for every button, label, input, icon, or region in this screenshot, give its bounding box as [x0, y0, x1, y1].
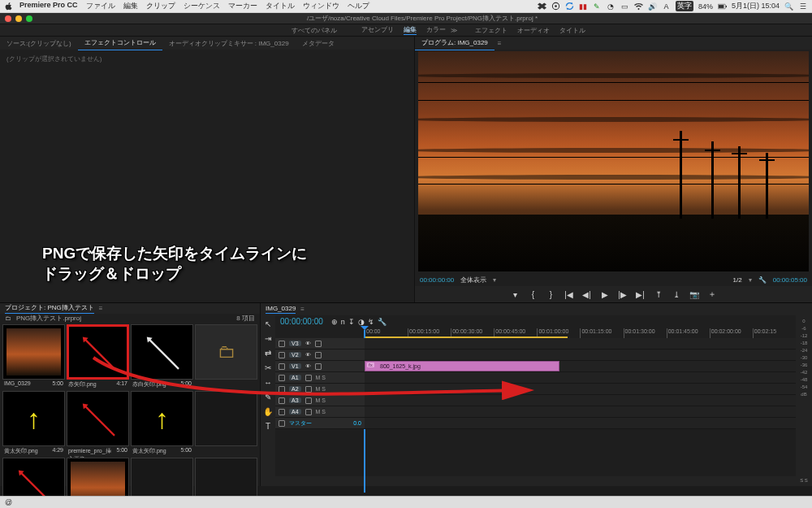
program-zoom-fit[interactable]: 全体表示 — [460, 276, 486, 284]
track-select-tool-icon[interactable]: ⇥ — [263, 333, 273, 343]
clock-icon[interactable]: ◔ — [607, 2, 615, 11]
menu-window[interactable]: ウィンドウ — [303, 1, 339, 11]
ime-kana-icon[interactable]: A — [662, 2, 671, 11]
project-item-duration: 5:00 — [116, 447, 127, 455]
timeline-clip[interactable]: 800_1625_k.jpg — [365, 361, 559, 371]
sync-icon[interactable] — [565, 2, 574, 11]
pen-tool-icon[interactable]: ✎ — [263, 392, 273, 402]
evernote-icon[interactable]: ✎ — [593, 2, 602, 11]
notification-center-icon[interactable]: ☰ — [798, 2, 807, 11]
menu-sequence[interactable]: シーケンス — [184, 1, 220, 11]
workspace-tab-assembly[interactable]: アセンブリ — [361, 25, 394, 35]
mark-in-icon[interactable]: { — [529, 289, 538, 299]
apple-menu-icon[interactable] — [5, 2, 13, 11]
program-preview[interactable] — [418, 51, 809, 271]
track-head-A1[interactable]: A1M S — [275, 372, 365, 383]
type-tool-icon[interactable]: T — [263, 421, 273, 431]
program-resolution[interactable]: 1/2 — [733, 276, 742, 284]
preview-sunset-image — [418, 51, 809, 271]
panel-menu-icon[interactable]: ≡ — [300, 306, 304, 313]
track-head-A2[interactable]: A2M S — [275, 384, 365, 394]
razor-tool-icon[interactable]: ✂ — [263, 363, 273, 372]
extract-icon[interactable]: ⤓ — [672, 289, 681, 299]
project-item-thumb[interactable]: 🗀 — [195, 324, 257, 380]
play-icon[interactable]: ▶ — [600, 289, 610, 299]
app-title-path: /ユーザ/noza/Creative Cloud Files/Premiere … — [307, 14, 538, 23]
tab-audio-mixer[interactable]: オーディオクリップミキサー : IMG_0329 — [162, 37, 296, 50]
ripple-tool-icon[interactable]: ⇄ — [263, 348, 273, 358]
workspace-tab-titles[interactable]: タイトル — [559, 26, 585, 35]
project-item-thumb[interactable] — [67, 391, 129, 446]
workspace-tab-audio[interactable]: オーディオ — [517, 26, 550, 35]
menu-edit[interactable]: 編集 — [123, 1, 138, 11]
pause-rec-icon[interactable]: ▮▮ — [579, 2, 588, 11]
spotlight-icon[interactable]: 🔍 — [784, 2, 793, 11]
wifi-icon[interactable] — [634, 2, 643, 11]
track-head-V2[interactable]: V2 — [275, 350, 365, 360]
minimize-window-icon[interactable] — [15, 15, 22, 22]
workspace-overflow-icon[interactable]: ≫ — [451, 27, 457, 34]
volume-icon[interactable]: 🔊 — [648, 2, 657, 11]
project-panel-title[interactable]: プロジェクト: PNG挿入テスト — [5, 303, 94, 314]
bin-icon[interactable]: 🗀 — [5, 315, 11, 322]
menu-marker[interactable]: マーカー — [228, 1, 257, 11]
project-item-thumb[interactable]: ↑ — [2, 391, 65, 446]
program-left-timecode[interactable]: 00:00:00:00 — [420, 276, 454, 284]
track-head-A3[interactable]: A3M S — [275, 395, 365, 406]
menubar-clock[interactable]: 5月1(日) 15:04 — [732, 1, 780, 11]
audio-meter[interactable]: 0-6-12-18-24-30-36-42-48-54dBS S — [796, 315, 812, 486]
svg-rect-3 — [719, 5, 724, 8]
menu-help[interactable]: ヘルプ — [348, 1, 369, 11]
fullscreen-window-icon[interactable] — [26, 15, 32, 22]
button-editor-icon[interactable]: ＋ — [707, 289, 717, 299]
step-forward-icon[interactable]: |▶ — [618, 289, 628, 299]
workspace-tab-edit[interactable]: 編集 — [404, 25, 417, 35]
selection-tool-icon[interactable]: ↖ — [263, 319, 273, 328]
timeline-ruler[interactable]: 00:00:00:00 ⊕n↧◑↯🔧 00:0000:00:15:0000:00… — [275, 315, 796, 338]
add-marker-icon[interactable]: ▾ — [511, 289, 520, 299]
go-to-out-icon[interactable]: ▶| — [636, 289, 646, 299]
track-head-V3[interactable]: V3 — [275, 338, 365, 349]
ime-mode-indicator[interactable]: 英字 — [676, 1, 693, 11]
workspace-reveal-all[interactable]: すべてのパネル — [292, 26, 337, 35]
slip-tool-icon[interactable]: ↔ — [263, 377, 273, 387]
panel-menu-icon[interactable]: ≡ — [99, 305, 103, 312]
step-back-icon[interactable]: ◀| — [582, 289, 592, 299]
battery-icon[interactable] — [718, 2, 727, 11]
project-item-thumb[interactable] — [67, 324, 129, 380]
tab-source[interactable]: ソース:(クリップなし) — [0, 37, 78, 50]
display-icon[interactable]: ▭ — [620, 2, 629, 11]
workspace-tab-color[interactable]: カラー — [426, 25, 446, 35]
project-thumbnail-grid[interactable]: IMG_03295:00赤矢印.png4:17赤白矢印.png5:00🗀↑黄太矢… — [0, 323, 260, 508]
menu-file[interactable]: ファイル — [86, 1, 115, 11]
program-tab-menu-icon[interactable]: ≡ — [498, 40, 502, 47]
workspace-tab-effects[interactable]: エフェクト — [475, 26, 508, 35]
project-item-thumb[interactable] — [131, 324, 193, 380]
menu-clip[interactable]: クリップ — [146, 1, 175, 11]
track-head-A4[interactable]: A4M S — [275, 406, 365, 417]
track-head-V1[interactable]: V1 — [275, 361, 365, 371]
timeline-tracks[interactable]: V3V2V1800_1625_k.jpgA1M SA2M SA3M SA4M S… — [275, 338, 796, 476]
window-traffic-lights[interactable] — [5, 15, 32, 22]
tab-metadata[interactable]: メタデータ — [296, 37, 341, 50]
dropbox-icon[interactable] — [538, 2, 546, 11]
project-item-thumb[interactable]: ↑ — [131, 391, 193, 446]
project-item-thumb[interactable] — [2, 324, 65, 380]
go-to-in-icon[interactable]: |◀ — [564, 289, 574, 299]
mark-out-icon[interactable]: } — [546, 289, 556, 299]
timeline-sequence-name[interactable]: IMG_0329 — [266, 305, 296, 314]
app-menu[interactable]: Premiere Pro CC — [19, 1, 78, 11]
close-window-icon[interactable] — [5, 15, 11, 22]
tab-effect-controls[interactable]: エフェクトコントロール — [78, 36, 162, 50]
mac-menu-items[interactable]: Premiere Pro CC ファイル 編集 クリップ シーケンス マーカー … — [19, 1, 369, 11]
lift-icon[interactable]: ⤒ — [654, 289, 663, 299]
export-frame-icon[interactable]: 📷 — [689, 289, 699, 299]
timeline-timecode[interactable]: 00:00:00:00 — [280, 317, 323, 326]
adobe-cc-icon[interactable] — [551, 2, 560, 11]
hand-tool-icon[interactable]: ✋ — [263, 406, 273, 416]
track-head-master[interactable]: マスター0.0 — [275, 418, 365, 428]
project-item-thumb[interactable] — [195, 391, 257, 446]
program-title-tab[interactable]: プログラム: IMG_0329 — [415, 36, 495, 50]
menu-title[interactable]: タイトル — [266, 1, 295, 11]
wrench-icon[interactable]: 🔧 — [758, 276, 767, 284]
